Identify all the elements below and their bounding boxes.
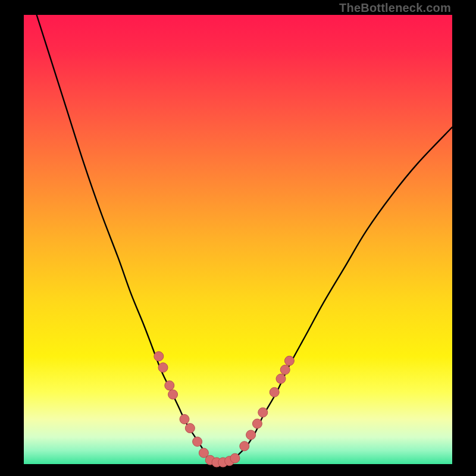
chart-frame: TheBottleneck.com [0,0,476,476]
sample-dot [240,441,249,451]
sample-dot [154,352,164,361]
sample-dot [252,419,262,428]
watermark-text: TheBottleneck.com [339,1,451,15]
sample-dots [154,352,295,467]
sample-dot [284,356,294,365]
sample-dot [258,408,268,417]
sample-dot [246,430,256,440]
sample-dot [280,365,290,374]
sample-dot [276,374,286,384]
sample-dot [180,415,189,424]
sample-dot [230,453,240,463]
chart-overlay-svg [24,15,452,464]
bottleneck-curve [37,15,452,463]
curve-left-branch [37,15,208,459]
sample-dot [168,390,178,399]
sample-dot [270,387,279,397]
sample-dot [185,424,195,433]
sample-dot [193,437,202,446]
sample-dot [165,381,174,390]
sample-dot [158,363,168,372]
plot-area [24,15,452,464]
